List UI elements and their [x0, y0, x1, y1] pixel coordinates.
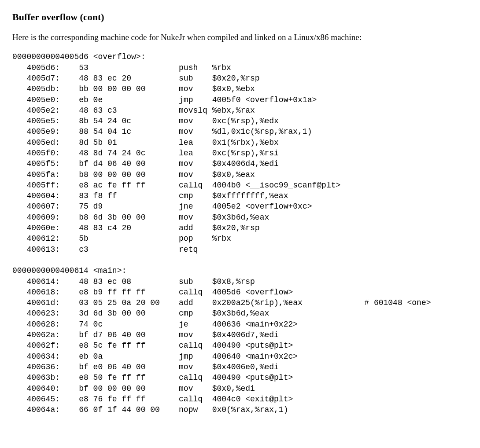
mnemonic-cell: mov [179, 116, 212, 126]
bytes-cell: 48 83 ec 08 [79, 276, 179, 287]
bytes-cell: e8 b9 ff ff ff [79, 287, 179, 297]
addr-cell: 40063b: [12, 372, 79, 383]
bytes-cell: c3 [79, 244, 179, 255]
operands-cell: 0x1(%rbx),%ebx [212, 137, 365, 148]
instruction-row: 40064a:66 0f 1f 44 00 00nopw0x0(%rax,%ra… [12, 404, 468, 415]
bytes-cell: e8 50 fe ff ff [79, 372, 179, 383]
instruction-row: 400634:eb 0ajmp400640 <main+0x2c> [12, 351, 468, 362]
bytes-cell: bf 00 00 00 00 [79, 383, 179, 394]
bytes-cell: 48 8d 74 24 0c [79, 148, 179, 158]
operands-cell: $0x4006e0,%edi [212, 362, 365, 372]
operands-cell: $0x3b6d,%eax [212, 308, 365, 319]
bytes-cell: b8 00 00 00 00 [79, 169, 179, 180]
mnemonic-cell: mov [179, 330, 212, 340]
mnemonic-cell: cmp [179, 308, 212, 319]
bytes-cell: 8b 54 24 0c [79, 116, 179, 126]
bytes-cell: 48 83 ec 20 [79, 73, 179, 84]
instruction-row: 400636:bf e0 06 40 00mov$0x4006e0,%edi [12, 362, 468, 372]
operands-cell: 0x200a25(%rip),%eax [212, 297, 365, 308]
instruction-row: 4005e2:48 63 c3movslq%ebx,%rax [12, 105, 468, 116]
addr-cell: 4005db: [12, 84, 79, 94]
addr-cell: 40060e: [12, 223, 79, 233]
mnemonic-cell: sub [179, 73, 212, 84]
bytes-cell: 74 0c [79, 319, 179, 330]
mnemonic-cell: callq [179, 287, 212, 297]
instruction-row: 400623:3d 6d 3b 00 00cmp$0x3b6d,%eax [12, 308, 468, 319]
bytes-cell: bf e0 06 40 00 [79, 362, 179, 372]
instruction-row: 40062f:e8 5c fe ff ffcallq400490 <puts@p… [12, 340, 468, 351]
mnemonic-cell: pop [179, 233, 212, 244]
bytes-cell: bb 00 00 00 00 [79, 84, 179, 94]
addr-cell: 400609: [12, 212, 79, 223]
mnemonic-cell: mov [179, 362, 212, 372]
operands-cell: $0x0,%ebx [212, 84, 365, 94]
addr-cell: 4005d6: [12, 62, 79, 73]
instruction-row: 4005db:bb 00 00 00 00mov$0x0,%ebx [12, 84, 468, 94]
addr-cell: 4005ff: [12, 180, 79, 191]
mnemonic-cell: mov [179, 169, 212, 180]
instruction-row: 40063b:e8 50 fe ff ffcallq400490 <puts@p… [12, 372, 468, 383]
bytes-cell: 48 63 c3 [79, 105, 179, 116]
operands-cell: %dl,0x1c(%rsp,%rax,1) [212, 126, 365, 137]
bytes-cell: bf d4 06 40 00 [79, 158, 179, 169]
page-title: Buffer overflow (cont) [12, 11, 468, 24]
addr-cell: 40064a: [12, 404, 79, 415]
bytes-cell: e8 5c fe ff ff [79, 340, 179, 351]
instruction-row: 400613:c3retq [12, 244, 468, 255]
instruction-row: 400645:e8 76 fe ff ffcallq4004c0 <exit@p… [12, 394, 468, 404]
intro-paragraph: Here is the corresponding machine code f… [12, 32, 468, 43]
instruction-row: 400609:b8 6d 3b 00 00mov$0x3b6d,%eax [12, 212, 468, 223]
instruction-row: 4005ed:8d 5b 01lea0x1(%rbx),%ebx [12, 137, 468, 148]
addr-cell: 40062a: [12, 330, 79, 340]
instruction-row: 40061d:03 05 25 0a 20 00add0x200a25(%rip… [12, 297, 468, 308]
instruction-row: 4005e5:8b 54 24 0cmov0xc(%rsp),%edx [12, 116, 468, 126]
comment-cell: # 601048 <one> [364, 297, 431, 308]
bytes-cell: eb 0e [79, 95, 179, 105]
addr-cell: 4005d7: [12, 73, 79, 84]
instruction-row: 400628:74 0cje400636 <main+0x22> [12, 319, 468, 330]
operands-cell: 0xc(%rsp),%rsi [212, 148, 365, 158]
mnemonic-cell: push [179, 62, 212, 73]
operands-cell: 4005e2 <overflow+0xc> [212, 201, 365, 212]
operands-cell: %rbx [212, 62, 365, 73]
symbol-header: 00000000004005d6 <overflow>: [12, 51, 468, 62]
symbol-header: 0000000000400614 <main>: [12, 265, 468, 276]
bytes-cell: 3d 6d 3b 00 00 [79, 308, 179, 319]
operands-cell: 400636 <main+0x22> [212, 319, 365, 330]
instruction-row: 400618:e8 b9 ff ff ffcallq4005d6 <overfl… [12, 287, 468, 297]
instruction-row: 4005ff:e8 ac fe ff ffcallq4004b0 <__isoc… [12, 180, 468, 191]
instruction-row: 4005d7:48 83 ec 20sub$0x20,%rsp [12, 73, 468, 84]
addr-cell: 4005e0: [12, 95, 79, 105]
operands-cell: 400490 <puts@plt> [212, 340, 365, 351]
operands-cell: 4005f0 <overflow+0x1a> [212, 95, 365, 105]
section-gap [12, 255, 468, 265]
addr-cell: 400628: [12, 319, 79, 330]
instruction-row: 400607:75 d9jne4005e2 <overflow+0xc> [12, 201, 468, 212]
mnemonic-cell: mov [179, 84, 212, 94]
mnemonic-cell: callq [179, 340, 212, 351]
addr-cell: 40062f: [12, 340, 79, 351]
bytes-cell: b8 6d 3b 00 00 [79, 212, 179, 223]
operands-cell: $0x3b6d,%eax [212, 212, 365, 223]
addr-cell: 400607: [12, 201, 79, 212]
addr-cell: 400612: [12, 233, 79, 244]
mnemonic-cell: jmp [179, 95, 212, 105]
mnemonic-cell: callq [179, 372, 212, 383]
operands-cell: $0x4006d4,%edi [212, 158, 365, 169]
addr-cell: 400614: [12, 276, 79, 287]
instruction-row: 4005e0:eb 0ejmp4005f0 <overflow+0x1a> [12, 95, 468, 105]
mnemonic-cell: add [179, 223, 212, 233]
mnemonic-cell: mov [179, 212, 212, 223]
operands-cell: %ebx,%rax [212, 105, 365, 116]
operands-cell: $0x4006d7,%edi [212, 330, 365, 340]
addr-cell: 4005ed: [12, 137, 79, 148]
mnemonic-cell: callq [179, 394, 212, 404]
addr-cell: 400636: [12, 362, 79, 372]
bytes-cell: eb 0a [79, 351, 179, 362]
instruction-row: 4005e9:88 54 04 1cmov%dl,0x1c(%rsp,%rax,… [12, 126, 468, 137]
addr-cell: 4005e5: [12, 116, 79, 126]
mnemonic-cell: callq [179, 180, 212, 191]
addr-cell: 400623: [12, 308, 79, 319]
bytes-cell: 8d 5b 01 [79, 137, 179, 148]
mnemonic-cell: jne [179, 201, 212, 212]
